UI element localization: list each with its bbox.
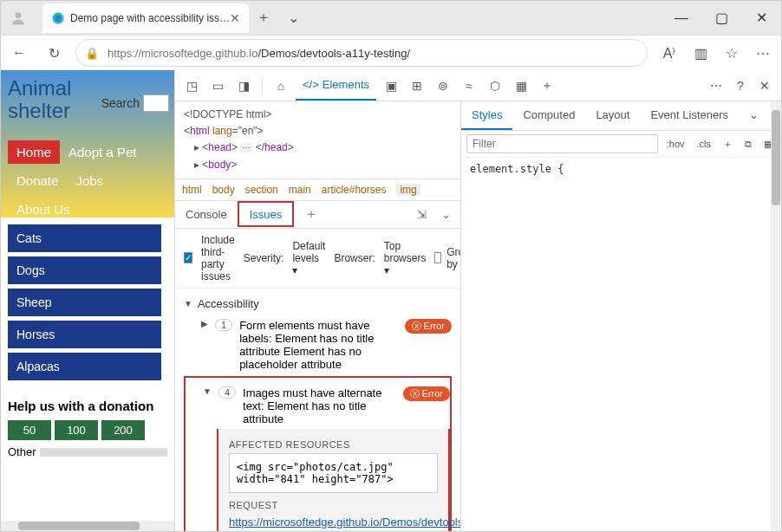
window-titlebar: Demo page with accessibility iss… ✕ ＋ ⌄ …: [1, 1, 781, 36]
maximize-button[interactable]: ▢: [701, 5, 741, 31]
page-h-scrollbar[interactable]: [1, 521, 174, 531]
drawer-dock-icon[interactable]: ⇲: [412, 204, 431, 224]
cls-toggle[interactable]: .cls: [694, 137, 715, 151]
drawer-tab-console[interactable]: Console: [175, 201, 238, 227]
sources-icon[interactable]: ⊞: [406, 75, 428, 97]
tab-actions-button[interactable]: ⌄: [278, 10, 308, 26]
issue-row-2[interactable]: ▼ 4 Images must have alternate text: Ele…: [186, 381, 450, 431]
include-thirdparty-label: Include third-party issues: [201, 234, 235, 282]
inspect-icon[interactable]: ◳: [180, 75, 203, 97]
profile-avatar[interactable]: [1, 1, 36, 36]
styles-tab-events[interactable]: Event Listeners: [640, 101, 739, 130]
memory-icon[interactable]: ⬡: [484, 75, 506, 97]
drawer-add-tab[interactable]: ＋: [294, 201, 329, 227]
more-tabs-icon[interactable]: ＋: [536, 75, 558, 97]
lock-icon: 🔒: [85, 47, 99, 60]
tab-elements[interactable]: </>Elements: [296, 71, 376, 101]
browser-dropdown[interactable]: Top browsers ▾: [384, 240, 427, 276]
issue-row-1[interactable]: ▶ 1 Form elements must have labels: Elem…: [184, 314, 452, 376]
back-button[interactable]: ←: [6, 40, 32, 66]
group-label: Group by kind: [446, 246, 460, 270]
nav-donate[interactable]: Donate: [8, 169, 67, 192]
devtools-panel: ◳ ▭ ◨ ⌂ </>Elements ▣ ⊞ ⊚ ≈ ⬡ ▦ ＋ ⋯ ? ✕: [174, 70, 781, 531]
nav-adopt[interactable]: Adopt a Pet: [60, 140, 145, 164]
animal-alpacas[interactable]: Alpacas: [8, 353, 161, 380]
hov-toggle[interactable]: :hov: [663, 137, 688, 151]
help-icon[interactable]: ?: [729, 75, 752, 97]
url-host: https://microsoftedge.github.io: [108, 47, 257, 60]
drawer-tab-issues[interactable]: Issues: [238, 201, 295, 227]
animal-cats[interactable]: Cats: [8, 224, 161, 252]
drawer-collapse-icon[interactable]: ⌄: [436, 204, 455, 224]
severity-dropdown[interactable]: Default levels ▾: [292, 240, 325, 276]
style-rule[interactable]: element.style {: [461, 158, 781, 180]
new-tab-button[interactable]: ＋: [249, 9, 278, 27]
nav-home[interactable]: Home: [8, 140, 60, 164]
donate-other-label: Other: [8, 445, 36, 458]
severity-label: Severity:: [244, 252, 284, 264]
edge-icon: [51, 11, 65, 25]
styles-tab-styles[interactable]: Styles: [461, 101, 512, 130]
device-icon[interactable]: ▭: [206, 75, 229, 97]
styles-filter-input[interactable]: [466, 134, 658, 153]
error-badge: ⓧ Error: [403, 386, 450, 401]
reader-button[interactable]: ▥: [688, 40, 714, 66]
animal-sheep[interactable]: Sheep: [8, 289, 161, 316]
affected-code-1[interactable]: <img src="photos/cat.jpg" width="841" he…: [229, 453, 438, 493]
animal-horses[interactable]: Horses: [8, 321, 161, 348]
nav-jobs[interactable]: Jobs: [67, 169, 112, 192]
favorite-button[interactable]: ☆: [719, 40, 745, 66]
address-bar[interactable]: 🔒 https://microsoftedge.github.io/Demos/…: [75, 39, 648, 67]
search-label: Search: [101, 96, 140, 110]
close-window-button[interactable]: ✕: [741, 5, 781, 31]
error-badge: ⓧ Error: [405, 319, 452, 334]
refresh-button[interactable]: ↻: [41, 40, 67, 66]
new-style-icon[interactable]: ＋: [720, 136, 736, 152]
console-icon[interactable]: ▣: [380, 75, 402, 97]
copy-icon[interactable]: ⧉: [741, 137, 755, 152]
welcome-icon[interactable]: ⌂: [270, 75, 292, 97]
animal-dogs[interactable]: Dogs: [8, 256, 161, 284]
close-devtools-icon[interactable]: ✕: [753, 75, 776, 97]
donate-title: Help us with a donation: [8, 399, 167, 413]
close-tab-icon[interactable]: ✕: [230, 11, 240, 25]
search-input[interactable]: [143, 94, 169, 112]
panel-icon[interactable]: ◨: [232, 75, 255, 97]
browser-tab[interactable]: Demo page with accessibility iss… ✕: [42, 3, 249, 33]
read-aloud-button[interactable]: A⁾: [656, 40, 682, 66]
svg-point-0: [16, 12, 22, 18]
group-checkbox[interactable]: [434, 252, 441, 263]
nav-about[interactable]: About Us: [8, 198, 79, 221]
donate-100[interactable]: 100: [55, 420, 98, 440]
svg-point-2: [55, 15, 62, 22]
issues-category[interactable]: ▼Accessibility: [184, 294, 452, 314]
app-icon[interactable]: ▦: [510, 75, 532, 97]
donate-other-input[interactable]: [40, 448, 167, 457]
affected-title: AFFECTED RESOURCES: [229, 439, 438, 450]
page-viewport: Animalshelter Search Home Adopt a Pet Do…: [1, 70, 174, 531]
dom-breadcrumb[interactable]: html body section main article#horses im…: [175, 178, 460, 200]
menu-button[interactable]: ⋯: [750, 40, 776, 66]
styles-tab-computed[interactable]: Computed: [512, 101, 585, 130]
minimize-button[interactable]: —: [661, 5, 701, 31]
network-icon[interactable]: ⊚: [432, 75, 454, 97]
url-path: /Demos/devtools-a11y-testing/: [257, 47, 410, 60]
donate-50[interactable]: 50: [8, 420, 51, 440]
request-title: REQUEST: [229, 500, 460, 510]
styles-more-icon[interactable]: ⌄: [739, 101, 769, 130]
settings-more-icon[interactable]: ⋯: [705, 75, 727, 97]
dom-tree[interactable]: <!DOCTYPE html> <html lang="en"> ▸ <head…: [175, 101, 460, 178]
styles-tab-layout[interactable]: Layout: [585, 101, 640, 130]
address-bar-row: ← ↻ 🔒 https://microsoftedge.github.io/De…: [1, 36, 781, 70]
donate-200[interactable]: 200: [101, 420, 145, 440]
devtools-v-scrollbar[interactable]: [771, 101, 781, 531]
request-link[interactable]: https://microsoftedge.github.io/Demos/de…: [229, 514, 460, 531]
browser-label: Browser:: [334, 252, 375, 264]
perf-icon[interactable]: ≈: [458, 75, 480, 97]
tab-title: Demo page with accessibility iss…: [70, 12, 230, 24]
include-thirdparty-checkbox[interactable]: ✓: [184, 252, 192, 263]
